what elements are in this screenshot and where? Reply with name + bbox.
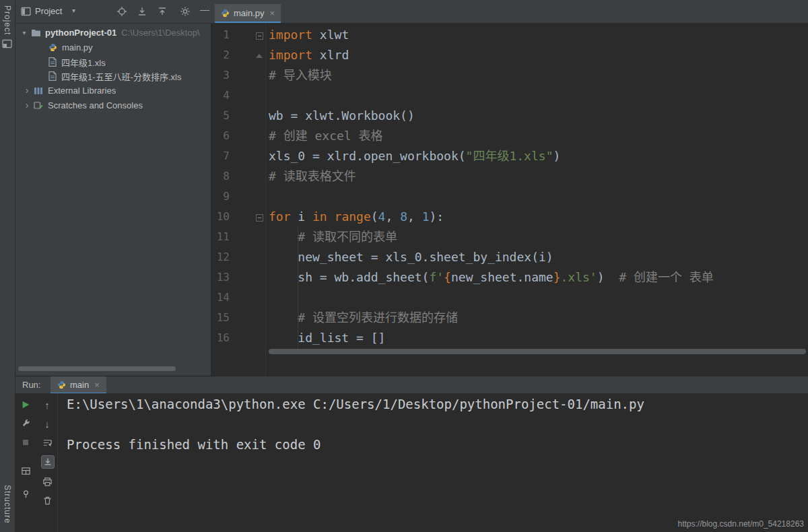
tree-item-label: main.py — [62, 42, 93, 53]
code-line-10[interactable]: for i in range(4, 8, 1): — [269, 207, 714, 227]
close-icon[interactable]: × — [270, 8, 275, 18]
chevron-right-icon[interactable]: › — [22, 100, 32, 110]
code-line-8[interactable]: # 读取表格文件 — [269, 166, 714, 187]
pin-tab-icon[interactable] — [20, 488, 32, 500]
chevron-down-icon[interactable]: ▾ — [20, 29, 29, 36]
left-tool-stripe: Project Structure — [0, 0, 15, 532]
wrench-icon[interactable] — [20, 418, 32, 430]
code-line-3[interactable]: # 导入模块 — [269, 65, 714, 86]
code-line-7[interactable]: xls_0 = xlrd.open_workbook("四年级1.xls") — [269, 146, 714, 166]
line-number: 7 — [211, 146, 230, 166]
scratches-icon — [34, 101, 43, 110]
up-arrow-icon[interactable]: ↑ — [41, 399, 53, 411]
chevron-right-icon[interactable]: › — [22, 85, 32, 96]
collapse-all-icon[interactable] — [157, 6, 168, 17]
code-line-15[interactable]: # 设置空列表进行数据的存储 — [269, 308, 714, 328]
fold-arrow-icon[interactable] — [256, 54, 263, 58]
tab-label: main.py — [234, 8, 265, 18]
line-number: 4 — [211, 86, 230, 106]
run-label: Run: — [22, 380, 40, 390]
unknown-file-icon — [48, 57, 57, 67]
down-arrow-icon[interactable]: ↓ — [41, 418, 53, 430]
code-line-16[interactable]: id_list = [] — [269, 328, 714, 348]
console-line: E:\Users\1\anaconda3\python.exe C:/Users… — [67, 394, 803, 414]
line-number: 1 — [211, 25, 230, 45]
libraries-icon — [34, 86, 43, 95]
code-line-12[interactable]: new_sheet = xls_0.sheet_by_index(i) — [269, 247, 714, 267]
pycharm-window: Project Structure Project ▾ — m — [0, 0, 808, 532]
fold-marker-icon[interactable] — [256, 214, 263, 222]
tree-root-name: pythonProject-01 — [45, 28, 116, 38]
python-file-icon — [221, 9, 230, 18]
gutter-line-numbers: 12345678910111213141516 — [211, 25, 230, 348]
code-area[interactable]: import xlwtimport xlrd# 导入模块wb = xlwt.Wo… — [269, 25, 714, 348]
fold-marker-icon[interactable] — [256, 32, 263, 40]
run-console: ↑ ↓ E:\Users\1\anaconda3\python.exe C:/U… — [15, 393, 808, 532]
console-toolbar: ↑ ↓ — [15, 393, 58, 532]
line-number: 11 — [211, 227, 230, 247]
tool-button-project[interactable]: Project — [3, 5, 12, 35]
tree-root-path: C:\Users\1\Desktop\ — [121, 28, 199, 38]
tree-node-scratches[interactable]: › Scratches and Consoles — [15, 98, 217, 112]
chevron-down-icon[interactable]: ▾ — [72, 7, 75, 14]
top-bar: Project ▾ — main.py × — [15, 0, 808, 24]
tree-item-main-py[interactable]: main.py — [15, 40, 242, 55]
code-line-13[interactable]: sh = wb.add_sheet(f'{new_sheet.name}.xls… — [269, 267, 714, 288]
rerun-button[interactable] — [20, 399, 32, 411]
run-tab-main[interactable]: main × — [50, 376, 106, 394]
tree-node-label: Scratches and Consoles — [48, 100, 143, 110]
scroll-from-source-icon[interactable] — [137, 6, 147, 17]
editor-horizontal-scrollbar[interactable] — [269, 349, 806, 354]
tree-node-label: External Libraries — [48, 86, 116, 96]
tree-item-label: 四年级1.xls — [61, 56, 106, 69]
project-window-icon — [21, 7, 31, 16]
code-editor: 12345678910111213141516 import xlwtimpor… — [211, 24, 808, 376]
hide-panel-icon[interactable]: — — [200, 4, 209, 15]
stop-button[interactable] — [20, 436, 32, 448]
code-line-14[interactable] — [269, 288, 714, 308]
tree-node-external-libraries[interactable]: › External Libraries — [15, 83, 217, 98]
line-number: 2 — [211, 45, 230, 65]
code-line-11[interactable]: # 读取不同的表单 — [269, 227, 714, 247]
watermark-url: https://blog.csdn.net/m0_54218263 — [678, 519, 804, 529]
code-line-1[interactable]: import xlwt — [269, 25, 714, 45]
run-tab-label: main — [70, 380, 89, 390]
gutter-separator — [265, 24, 266, 376]
project-panel-title[interactable]: Project — [35, 6, 62, 16]
print-icon[interactable] — [41, 475, 53, 488]
run-tool-window-header: Run: main × — [15, 376, 808, 394]
code-line-5[interactable]: wb = xlwt.Workbook() — [269, 106, 714, 126]
locate-file-icon[interactable] — [116, 6, 127, 17]
restore-layout-icon[interactable] — [20, 465, 32, 477]
line-number: 9 — [211, 187, 230, 207]
tree-item-xls-1[interactable]: 四年级1.xls — [15, 55, 242, 69]
soft-wrap-icon[interactable] — [41, 436, 53, 448]
tree-root-python-project[interactable]: ▾ pythonProject-01 C:\Users\1\Desktop\ — [15, 25, 215, 40]
line-number: 10 — [211, 207, 230, 227]
settings-gear-icon[interactable] — [180, 6, 191, 17]
line-number: 12 — [211, 247, 230, 267]
project-horizontal-scrollbar[interactable] — [18, 366, 176, 371]
line-number: 8 — [211, 166, 230, 187]
python-file-icon — [57, 380, 66, 389]
line-number: 14 — [211, 288, 230, 308]
line-number: 13 — [211, 267, 230, 288]
trash-icon[interactable] — [41, 494, 53, 506]
line-number: 15 — [211, 308, 230, 328]
console-output[interactable]: E:\Users\1\anaconda3\python.exe C:/Users… — [67, 394, 803, 455]
code-line-2[interactable]: import xlrd — [269, 45, 714, 65]
tool-window-icon[interactable] — [2, 39, 12, 48]
project-panel: ▾ pythonProject-01 C:\Users\1\Desktop\ m… — [15, 24, 211, 376]
code-line-4[interactable] — [269, 86, 714, 106]
tree-item-label: 四年级1-五至八班-分数排序.xls — [61, 70, 181, 83]
line-number: 3 — [211, 65, 230, 86]
scroll-to-end-icon[interactable] — [41, 455, 55, 469]
code-line-9[interactable] — [269, 187, 714, 207]
tree-item-xls-2[interactable]: 四年级1-五至八班-分数排序.xls — [15, 69, 242, 84]
tab-main-py[interactable]: main.py × — [215, 4, 281, 23]
tool-button-structure[interactable]: Structure — [3, 485, 12, 524]
console-line — [67, 414, 803, 434]
code-line-6[interactable]: # 创建 excel 表格 — [269, 126, 714, 146]
close-icon[interactable]: × — [94, 380, 100, 390]
folder-icon — [31, 28, 41, 37]
